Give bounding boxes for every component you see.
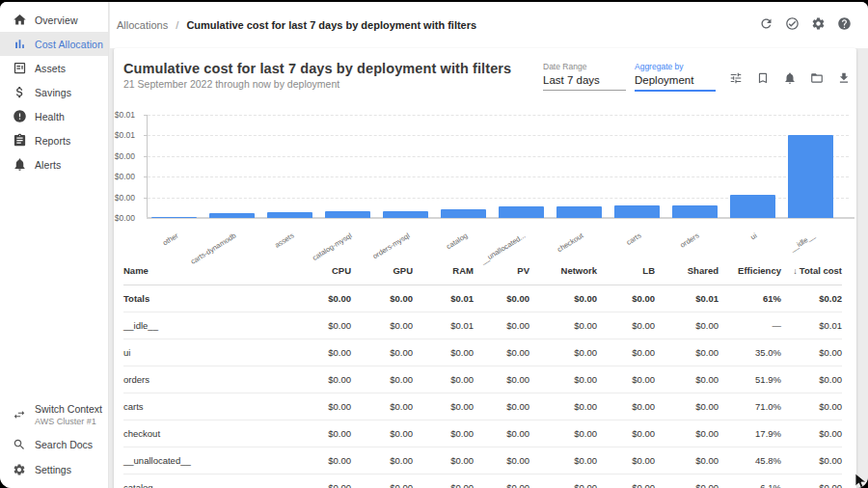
bell-button[interactable] bbox=[781, 71, 799, 89]
download-icon bbox=[837, 71, 851, 89]
sidebar-item-label: Alerts bbox=[35, 159, 61, 171]
row-name-cell: ui bbox=[123, 339, 287, 366]
sidebar-footer-switch-context[interactable]: Switch ContextAWS Cluster #1 bbox=[0, 397, 108, 432]
table-row-checkout[interactable]: checkout$0.00$0.00$0.00$0.00$0.00$0.00$0… bbox=[123, 420, 842, 447]
row-value-cell: $0.00 bbox=[529, 339, 597, 366]
sidebar-item-alerts[interactable]: Alerts bbox=[0, 152, 108, 176]
row-value-cell: $0.00 bbox=[413, 393, 474, 420]
sidebar-footer-search-docs[interactable]: Search Docs bbox=[0, 432, 108, 457]
refresh-button[interactable] bbox=[757, 16, 774, 34]
row-value-cell: $0.00 bbox=[655, 393, 719, 420]
row-value-cell: $0.00 bbox=[781, 366, 842, 393]
date-range-value[interactable]: Last 7 days bbox=[543, 74, 626, 91]
column-header-ram[interactable]: RAM bbox=[413, 257, 474, 285]
row-value-cell: $0.00 bbox=[351, 420, 413, 447]
sidebar-item-assets[interactable]: Assets bbox=[0, 56, 108, 80]
row-value-cell: $0.00 bbox=[781, 339, 842, 366]
row-value-cell: $0.00 bbox=[597, 447, 655, 474]
sidebar-footer-settings[interactable]: Settings bbox=[0, 457, 108, 482]
row-value-cell: $0.00 bbox=[287, 366, 351, 393]
column-header-lb[interactable]: LB bbox=[597, 257, 655, 285]
row-value-cell: $0.01 bbox=[413, 285, 474, 312]
chart-bar-carts-dynamodb[interactable] bbox=[209, 213, 255, 218]
table-body: Totals$0.00$0.00$0.01$0.00$0.00$0.00$0.0… bbox=[123, 285, 842, 488]
table-row-carts[interactable]: carts$0.00$0.00$0.00$0.00$0.00$0.00$0.00… bbox=[123, 393, 842, 420]
sidebar-item-savings[interactable]: Savings bbox=[0, 80, 108, 104]
sidebar-item-overview[interactable]: Overview bbox=[0, 8, 108, 32]
card-actions bbox=[727, 71, 853, 89]
error-icon bbox=[13, 109, 27, 123]
chart-bar-idle[interactable] bbox=[788, 135, 833, 218]
sidebar-item-reports[interactable]: Reports bbox=[0, 128, 108, 152]
chart-bar-carts[interactable] bbox=[614, 205, 660, 218]
row-name-cell: __unallocated__ bbox=[123, 447, 287, 474]
chart-gridline bbox=[148, 176, 849, 177]
breadcrumb-allocations[interactable]: Allocations bbox=[117, 19, 168, 31]
row-name-cell: catalog bbox=[123, 474, 287, 488]
row-value-cell: $0.00 bbox=[529, 285, 597, 312]
folder-button[interactable] bbox=[808, 71, 826, 89]
chart-bar-catalog[interactable] bbox=[441, 209, 486, 218]
bookmark-button[interactable] bbox=[754, 71, 772, 89]
download-button[interactable] bbox=[835, 71, 853, 89]
gear-icon bbox=[811, 16, 826, 35]
row-value-cell: $0.00 bbox=[413, 366, 474, 393]
column-header-efficiency[interactable]: Efficiency bbox=[719, 257, 781, 285]
check-circle-icon bbox=[785, 16, 800, 35]
row-value-cell: $0.00 bbox=[655, 420, 719, 447]
row-value-cell: $0.02 bbox=[781, 285, 842, 312]
check-circle-button[interactable] bbox=[783, 16, 800, 34]
date-range-label: Date Range bbox=[543, 62, 626, 71]
gear-button[interactable] bbox=[809, 16, 827, 34]
filters-icon bbox=[729, 71, 743, 89]
row-value-cell: $0.00 bbox=[474, 474, 529, 488]
home-icon bbox=[13, 13, 27, 27]
app-window: OverviewCost AllocationAssetsSavingsHeal… bbox=[0, 2, 868, 488]
filters-button[interactable] bbox=[727, 71, 745, 89]
row-value-cell: $0.00 bbox=[413, 339, 474, 366]
row-value-cell: 51.9% bbox=[719, 366, 781, 393]
chart-gridline bbox=[148, 156, 849, 157]
column-header-cpu[interactable]: CPU bbox=[287, 257, 351, 285]
row-value-cell: $0.00 bbox=[287, 420, 351, 447]
sidebar: OverviewCost AllocationAssetsSavingsHeal… bbox=[0, 2, 109, 488]
aggregate-by-select[interactable]: Aggregate by Deployment bbox=[635, 62, 716, 92]
column-header-gpu[interactable]: GPU bbox=[351, 257, 413, 285]
chart-y-tick bbox=[144, 115, 148, 116]
row-value-cell: $0.00 bbox=[474, 285, 529, 312]
help-button[interactable] bbox=[835, 16, 853, 34]
footer-item-label: Search Docs bbox=[35, 439, 93, 450]
column-header-shared[interactable]: Shared bbox=[655, 257, 719, 285]
sidebar-item-health[interactable]: Health bbox=[0, 104, 108, 128]
table-row-idle[interactable]: __idle__$0.00$0.00$0.01$0.00$0.00$0.00$0… bbox=[123, 312, 842, 339]
column-header-pv[interactable]: PV bbox=[474, 257, 529, 285]
date-range-select[interactable]: Date Range Last 7 days bbox=[543, 62, 626, 91]
chart-bar-ui[interactable] bbox=[730, 195, 775, 218]
row-name-cell: orders bbox=[123, 366, 287, 393]
bell-icon bbox=[783, 71, 797, 89]
column-header-name[interactable]: Name bbox=[123, 257, 287, 285]
table-row-totals[interactable]: Totals$0.00$0.00$0.01$0.00$0.00$0.00$0.0… bbox=[123, 285, 842, 312]
help-icon bbox=[837, 16, 852, 35]
column-header-total-cost[interactable]: ↓Total cost bbox=[781, 257, 842, 285]
table-row-catalog[interactable]: catalog$0.00$0.00$0.00$0.00$0.00$0.00$0.… bbox=[123, 474, 842, 488]
column-header-network[interactable]: Network bbox=[529, 257, 597, 285]
chart-bar-catalog-mysql[interactable] bbox=[325, 211, 370, 218]
table-row-ui[interactable]: ui$0.00$0.00$0.00$0.00$0.00$0.00$0.0035.… bbox=[123, 339, 842, 366]
row-value-cell: $0.00 bbox=[351, 312, 413, 339]
table-row-orders[interactable]: orders$0.00$0.00$0.00$0.00$0.00$0.00$0.0… bbox=[123, 366, 842, 393]
bar-chart-icon bbox=[13, 37, 27, 51]
chart-bar-orders-mysql[interactable] bbox=[383, 211, 428, 218]
row-value-cell: $0.00 bbox=[655, 474, 719, 488]
chart-bar-other[interactable] bbox=[151, 217, 197, 218]
table-row-unallocated[interactable]: __unallocated__$0.00$0.00$0.00$0.00$0.00… bbox=[123, 447, 842, 474]
chart-bar-checkout[interactable] bbox=[556, 206, 602, 218]
row-value-cell: $0.00 bbox=[413, 420, 474, 447]
aggregate-by-value[interactable]: Deployment bbox=[635, 74, 716, 92]
row-value-cell: $0.00 bbox=[474, 420, 529, 447]
chart-bar-orders[interactable] bbox=[672, 205, 718, 218]
sidebar-item-cost-allocation[interactable]: Cost Allocation bbox=[0, 32, 108, 56]
chart-bar-assets[interactable] bbox=[267, 212, 312, 218]
row-value-cell: $0.00 bbox=[287, 393, 351, 420]
chart-bar-unallocated[interactable] bbox=[499, 206, 544, 218]
